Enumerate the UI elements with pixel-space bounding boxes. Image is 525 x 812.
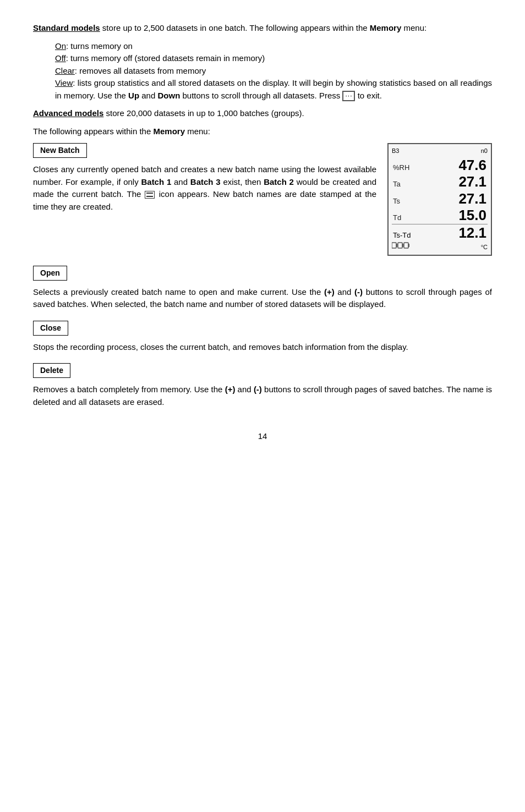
delete-batch-section: Delete Removes a batch completely from m… — [33, 363, 492, 408]
standard-models-paragraph: Standard models store up to 2,500 datase… — [33, 22, 492, 35]
on-text: : turns memory on — [66, 41, 133, 51]
memory-menu-intro-paragraph: The following appears within the Memory … — [33, 125, 492, 138]
battery-icon — [392, 242, 412, 250]
ts-label: Ts — [393, 196, 400, 207]
menu-button-icon: ··· — [342, 91, 355, 102]
new-batch-button-row: New Batch — [33, 143, 376, 161]
off-label: Off — [55, 53, 66, 63]
device-header-right: n0 — [481, 146, 488, 156]
close-button-row: Close — [33, 321, 492, 339]
new-batch-button: New Batch — [33, 143, 87, 158]
new-batch-desc2: and — [171, 177, 190, 186]
delete-minus: (-) — [254, 385, 262, 394]
view-exit: to exit. — [355, 91, 381, 100]
standard-models-heading: Standard models — [33, 23, 100, 32]
page-content: Standard models store up to 2,500 datase… — [33, 22, 492, 443]
svg-rect-2 — [398, 243, 402, 248]
device-row-ts-td: Ts-Td 12.1 — [392, 224, 488, 242]
advanced-models-heading: Advanced models — [33, 108, 103, 118]
advanced-models-paragraph: Advanced models store 20,000 datasets in… — [33, 107, 492, 120]
svg-rect-3 — [402, 244, 403, 247]
up-bold: Up — [128, 91, 139, 100]
advanced-models-text: store 20,000 datasets in up to 1,000 bat… — [103, 108, 304, 118]
standard-models-intro2: menu: — [401, 23, 426, 32]
memory-intro-text: The following appears within the — [33, 127, 153, 136]
ts-td-value: 12.1 — [458, 225, 486, 241]
new-batch-left-col: New Batch Closes any currently opened ba… — [33, 143, 376, 218]
open-plus: (+) — [324, 287, 335, 297]
delete-button: Delete — [33, 363, 70, 378]
open-minus: (-) — [354, 287, 363, 297]
new-batch-section: New Batch Closes any currently opened ba… — [33, 143, 492, 256]
list-item-view: View: lists group statistics and all sto… — [55, 77, 492, 102]
new-batch-description: Closes any currently opened batch and cr… — [33, 163, 376, 213]
open-batch-section: Open Selects a previously created batch … — [33, 266, 492, 311]
ta-label: Ta — [393, 179, 401, 190]
memory-menu-list: On: turns memory on Off: turns memory of… — [55, 40, 492, 102]
list-item-on: On: turns memory on — [55, 40, 492, 53]
new-batch-desc3: exist, then — [221, 177, 264, 186]
device-footer: °C — [392, 242, 488, 253]
clear-text: : removes all datasets from memory — [75, 66, 206, 75]
on-label: On — [55, 41, 66, 51]
close-description: Stops the recording process, closes the … — [33, 341, 492, 354]
open-description: Selects a previously created batch name … — [33, 286, 492, 311]
memory-intro2-text: menu: — [185, 127, 210, 136]
memory-keyword-1: Memory — [370, 23, 402, 32]
open-desc1: Selects a previously created batch name … — [33, 287, 324, 297]
device-display: B3 n0 %RH 47.6 Ta 27.1 Ts 27.1 Td 15.0 T… — [387, 143, 492, 256]
off-text: : turns memory off (stored datasets rema… — [66, 53, 265, 63]
delete-and: and — [235, 385, 253, 394]
svg-rect-5 — [408, 244, 409, 247]
device-row-ts: Ts 27.1 — [392, 190, 488, 207]
svg-rect-0 — [392, 243, 396, 248]
delete-plus: (+) — [225, 385, 236, 394]
page-number: 14 — [33, 430, 492, 443]
view-and: and — [139, 91, 157, 100]
td-value: 15.0 — [458, 207, 486, 223]
batch2-bold: Batch 2 — [264, 177, 294, 186]
view-rest: buttons to scroll through all datasets. … — [180, 91, 342, 100]
down-bold: Down — [157, 91, 180, 100]
ta-value: 27.1 — [458, 174, 486, 190]
device-row-ta: Ta 27.1 — [392, 173, 488, 190]
device-row-rh: %RH 47.6 — [392, 157, 488, 174]
memory-keyword-2: Memory — [153, 127, 185, 136]
device-header-left: B3 — [392, 146, 399, 156]
device-row-td: Td 15.0 — [392, 207, 488, 224]
rh-label: %RH — [393, 162, 409, 173]
device-footer-icons — [392, 242, 412, 253]
rh-value: 47.6 — [458, 157, 486, 173]
close-button: Close — [33, 321, 68, 336]
view-label: View — [55, 78, 73, 87]
batch1-bold: Batch 1 — [141, 177, 171, 186]
ts-td-label: Ts-Td — [393, 230, 411, 241]
open-and: and — [335, 287, 354, 297]
td-label: Td — [393, 212, 401, 223]
svg-rect-4 — [404, 243, 408, 248]
open-button: Open — [33, 266, 67, 281]
memory-save-icon — [145, 191, 155, 199]
open-button-row: Open — [33, 266, 492, 284]
svg-rect-1 — [396, 244, 397, 247]
batch3-bold: Batch 3 — [190, 177, 221, 186]
standard-models-intro: store up to 2,500 datasets in one batch.… — [100, 23, 370, 32]
device-header: B3 n0 — [392, 146, 488, 156]
clear-label: Clear — [55, 66, 75, 75]
close-batch-section: Close Stops the recording process, close… — [33, 321, 492, 354]
list-item-clear: Clear: removes all datasets from memory — [55, 65, 492, 78]
list-item-off: Off: turns memory off (stored datasets r… — [55, 52, 492, 65]
delete-desc1: Removes a batch completely from memory. … — [33, 385, 225, 394]
device-unit: °C — [481, 243, 488, 252]
delete-button-row: Delete — [33, 363, 492, 381]
delete-description: Removes a batch completely from memory. … — [33, 383, 492, 408]
ts-value: 27.1 — [458, 191, 486, 207]
